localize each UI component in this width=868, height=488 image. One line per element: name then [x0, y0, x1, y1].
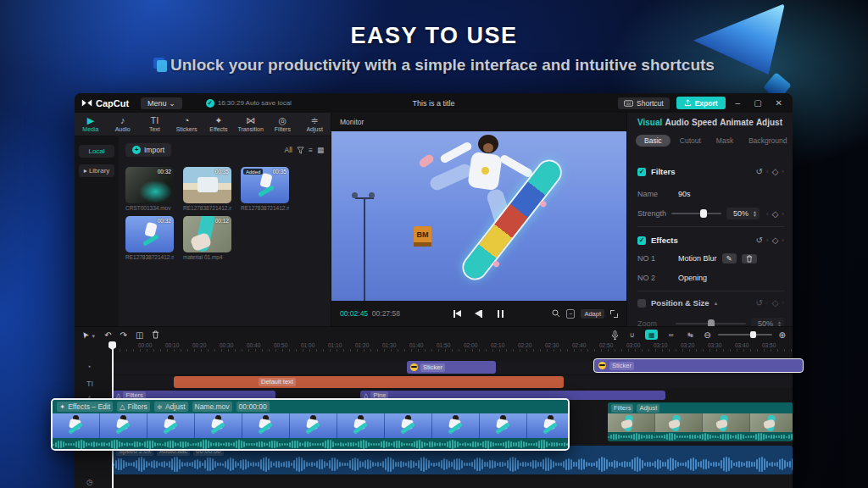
text-track-icon[interactable]: TI	[86, 380, 93, 388]
strength-slider[interactable]	[671, 213, 721, 215]
media-item[interactable]: 00:35 RE127838721412.mp4	[183, 167, 231, 211]
keyframe-icon[interactable]: ◇	[772, 236, 779, 245]
reset-icon[interactable]: ↺	[756, 236, 763, 245]
filters-icon: ◎	[279, 116, 287, 125]
sticker-clip[interactable]: Sticker	[407, 361, 496, 374]
close-button[interactable]: ✕	[772, 98, 786, 108]
reset-icon[interactable]: ↺	[756, 167, 763, 176]
preview-axis-toggle[interactable]: ▦	[645, 330, 658, 340]
prev-frame-button[interactable]	[475, 310, 482, 318]
tab-speed[interactable]: Speed	[692, 118, 717, 127]
sidebar-item-library[interactable]: ▸ Library	[79, 164, 114, 177]
position-checkbox[interactable]: ✓	[637, 299, 646, 308]
selected-sticker-clip[interactable]: Sticker	[593, 358, 804, 373]
stepper-icon[interactable]: ▲▼	[753, 210, 757, 217]
effects-icon: ✦	[214, 116, 222, 125]
duration-badge: 00:12	[215, 218, 229, 224]
microphone-icon[interactable]	[611, 330, 619, 340]
delete-effect-button[interactable]	[742, 254, 757, 263]
select-tool-button[interactable]: ➤ ▼	[81, 330, 96, 340]
zoom-param-slider[interactable]	[676, 323, 746, 325]
filter-icon: △	[120, 402, 125, 412]
tab-filters[interactable]: ◎Filters	[267, 113, 299, 136]
tab-stickers[interactable]: ◔Stickers	[170, 113, 203, 136]
tab-adjust[interactable]: ≑Adjust	[298, 113, 331, 136]
clip-effect-badge: ✦Effects – Edit	[57, 402, 113, 412]
strength-value[interactable]: 50%▲▼	[726, 208, 760, 219]
tab-adjust-inspector[interactable]: Adjust	[756, 118, 782, 127]
tab-audio[interactable]: ♪Audio	[107, 113, 139, 136]
magnet-toggle[interactable]: ∪	[626, 330, 638, 340]
clip-effect-badge: Adjust	[637, 404, 659, 413]
split-button[interactable]: ◫	[136, 330, 143, 340]
inspector-subtabs: Basic Cutout Mask Background	[636, 135, 784, 147]
audio-track-icon[interactable]: ◷	[86, 478, 93, 486]
zoom-out-icon[interactable]: ⊖	[704, 330, 710, 340]
keyframe-icon[interactable]: ◇	[772, 209, 779, 219]
filters-checkbox[interactable]: ✓	[637, 168, 646, 176]
clip-label: Sticker	[609, 362, 634, 370]
duration-badge: 00:32	[158, 169, 171, 175]
edit-effect-button[interactable]: ✎	[722, 253, 737, 263]
sunglasses-emoji-icon	[410, 363, 418, 371]
time-ruler[interactable]: 00:0000:1000:2000:3000:4000:5001:0001:10…	[113, 342, 793, 352]
subtab-basic[interactable]: Basic	[636, 135, 670, 147]
subtab-background[interactable]: Background	[743, 135, 793, 147]
added-badge: Added	[243, 169, 263, 175]
maximize-button[interactable]: ▢	[750, 98, 765, 108]
filters-section-title: Filters	[651, 167, 676, 176]
link-toggle[interactable]: ∞	[665, 330, 677, 340]
tab-text[interactable]: TIText	[139, 113, 171, 136]
filter-name-value[interactable]: 90s	[678, 190, 691, 198]
tab-audio-inspector[interactable]: Audio	[665, 118, 688, 127]
sticker-track-icon[interactable]: ◔	[86, 363, 91, 371]
media-item[interactable]: 00:32 CRST001334.mov	[125, 167, 174, 211]
auto-split-toggle[interactable]: ↹	[684, 330, 697, 340]
list-view-icon[interactable]: ≡	[309, 146, 313, 154]
tab-visual[interactable]: Visual	[637, 118, 662, 127]
filter-all-dropdown[interactable]: All	[285, 146, 292, 154]
shortcut-button[interactable]: Shortcut	[618, 97, 670, 109]
zoom-in-icon[interactable]: ⊕	[779, 330, 786, 340]
sidebar-item-local[interactable]: Local	[79, 145, 114, 158]
tab-animate[interactable]: Animate	[720, 118, 753, 127]
watermark: BM	[414, 226, 431, 247]
tab-media[interactable]: ▶Media	[75, 113, 107, 136]
trash-icon[interactable]	[152, 330, 159, 339]
grid-view-icon[interactable]: ▦	[317, 146, 324, 154]
export-icon	[684, 99, 692, 107]
callout-clip[interactable]: ✦Effects – Edit △Filters ≑Adjust Name.mo…	[51, 398, 570, 451]
media-item[interactable]: 00:32 RE127838721412.mp4	[125, 216, 174, 260]
menu-button[interactable]: Menu ⌄	[141, 97, 182, 109]
undo-button[interactable]: ↶	[104, 330, 111, 340]
import-button[interactable]: + Import	[125, 143, 171, 157]
trash-icon	[746, 255, 753, 263]
media-item-name: RE127838721412.mp4	[125, 254, 174, 260]
media-content: + Import All ≡ ▦	[119, 136, 331, 326]
clip-audio-waveform	[608, 432, 793, 441]
collapse-icon[interactable]: ▴	[715, 300, 718, 307]
effect-row-2: NO 2 Opening	[637, 274, 784, 282]
tab-transition[interactable]: ⋈Transition	[235, 113, 267, 136]
media-item[interactable]: Added00:35 RE127838721412.mp4	[241, 167, 289, 211]
text-clip[interactable]: Default text	[174, 376, 564, 388]
effects-checkbox[interactable]: ✓	[637, 236, 646, 245]
subtab-mask[interactable]: Mask	[710, 135, 739, 147]
banner-subtitle: Unlock your productivity with a simple i…	[170, 56, 715, 74]
funnel-icon[interactable]	[297, 147, 304, 154]
timeline-zoom-slider[interactable]	[718, 334, 772, 336]
redo-button[interactable]: ↷	[120, 330, 127, 340]
fullscreen-icon[interactable]	[610, 310, 618, 318]
skip-back-button[interactable]	[453, 310, 461, 318]
callout-waveform	[53, 438, 568, 451]
keyframe-icon[interactable]: ◇	[772, 167, 779, 176]
audio-waveform	[113, 456, 793, 473]
media-item[interactable]: 00:12 material 01.mp4	[183, 216, 231, 260]
export-button[interactable]: Export	[676, 97, 726, 109]
chevron-down-icon: ⌄	[169, 99, 175, 108]
minimize-button[interactable]: –	[732, 98, 744, 108]
subtab-cutout[interactable]: Cutout	[674, 135, 707, 147]
pause-button[interactable]	[496, 310, 504, 318]
tab-effects[interactable]: ✦Effects	[203, 113, 235, 136]
video-clip[interactable]: Filters Adjust	[608, 402, 793, 441]
